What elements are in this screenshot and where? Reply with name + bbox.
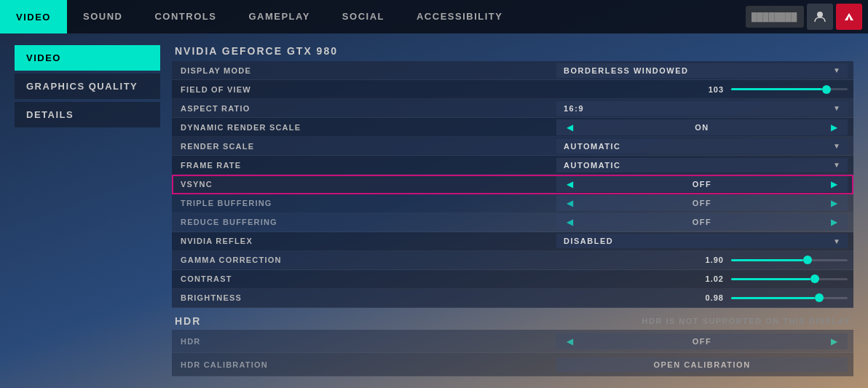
aspect-ratio-text: 16:9 xyxy=(564,104,584,113)
gamma-correction-label: GAMMA CORRECTION xyxy=(172,256,551,264)
hdr-right-btn[interactable]: ▶ xyxy=(828,336,840,347)
aspect-ratio-dropdown[interactable]: 16:9 ▼ xyxy=(556,101,848,116)
triple-buffering-label: TRIPLE BUFFERING xyxy=(172,199,551,207)
brightness-slider-thumb[interactable] xyxy=(815,293,824,302)
reduce-buffering-right-btn[interactable]: ▶ xyxy=(828,217,840,227)
reduce-buffering-text: OFF xyxy=(576,218,828,226)
tab-video[interactable]: VIDEO xyxy=(0,0,67,33)
hdr-status-text: HDR IS NOT SUPPORTED ON THIS DISPLAY xyxy=(642,317,851,325)
nvidia-reflex-text: DISABLED xyxy=(564,237,613,245)
dynamic-render-scale-arrow-ctrl: ◀ ON ▶ xyxy=(556,119,848,135)
hdr-calibration-value: OPEN CALIBRATION xyxy=(551,357,853,372)
agent-icon xyxy=(813,10,826,23)
gamma-slider-thumb[interactable] xyxy=(803,256,812,264)
triple-buffering-left-btn[interactable]: ◀ xyxy=(564,198,576,208)
aspect-ratio-arrow-icon: ▼ xyxy=(833,104,840,112)
triple-buffering-text: OFF xyxy=(576,199,828,207)
user-avatar: ████████ xyxy=(746,6,804,28)
contrast-number: 1.02 xyxy=(702,274,724,283)
gamma-slider-ctrl: 1.90 xyxy=(556,256,848,264)
tab-accessibility[interactable]: ACCESSIBILITY xyxy=(401,0,518,33)
gamma-slider-fill xyxy=(731,259,803,261)
contrast-slider-track[interactable] xyxy=(731,278,848,280)
contrast-label: CONTRAST xyxy=(172,274,551,283)
fov-slider-fill xyxy=(731,88,822,90)
dynamic-render-scale-label: DYNAMIC RENDER SCALE xyxy=(172,123,551,132)
triple-buffering-arrow-ctrl: ◀ OFF ▶ xyxy=(556,195,848,211)
fov-number: 103 xyxy=(702,85,724,94)
settings-panel: NVIDIA GEFORCE GTX 980 DISPLAY MODE BORD… xyxy=(172,45,853,376)
vsync-left-btn[interactable]: ◀ xyxy=(564,179,576,189)
sidebar-item-graphics-quality[interactable]: GRAPHICS QUALITY xyxy=(15,74,160,99)
setting-row-triple-buffering: TRIPLE BUFFERING ◀ OFF ▶ xyxy=(172,194,853,213)
setting-row-reduce-buffering: REDUCE BUFFERING ◀ OFF ▶ xyxy=(172,213,853,232)
setting-row-dynamic-render-scale: DYNAMIC RENDER SCALE ◀ ON ▶ xyxy=(172,118,853,137)
hdr-header: HDR HDR IS NOT SUPPORTED ON THIS DISPLAY xyxy=(172,315,853,327)
gamma-number: 1.90 xyxy=(702,256,724,264)
dynamic-render-scale-left-btn[interactable]: ◀ xyxy=(564,122,576,132)
hdr-calibration-label: HDR CALIBRATION xyxy=(172,360,551,369)
triple-buffering-value: ◀ OFF ▶ xyxy=(551,195,853,211)
gpu-title: NVIDIA GEFORCE GTX 980 xyxy=(172,45,853,57)
brightness-number: 0.98 xyxy=(702,293,724,302)
contrast-slider-fill xyxy=(731,278,810,280)
vsync-right-btn[interactable]: ▶ xyxy=(828,179,840,189)
tab-gameplay[interactable]: GAMEPLAY xyxy=(232,0,326,33)
contrast-slider-thumb[interactable] xyxy=(810,274,819,283)
hdr-text: OFF xyxy=(576,337,828,346)
setting-row-frame-rate: FRAME RATE AUTOMATIC ▼ xyxy=(172,156,853,175)
aspect-ratio-label: ASPECT RATIO xyxy=(172,104,551,113)
tab-social[interactable]: SOCIAL xyxy=(326,0,401,33)
display-mode-text: BORDERLESS WINDOWED xyxy=(564,66,689,75)
gamma-slider-track[interactable] xyxy=(731,259,848,261)
render-scale-dropdown[interactable]: AUTOMATIC ▼ xyxy=(556,139,848,154)
vsync-label: VSYNC xyxy=(172,180,551,189)
display-mode-label: DISPLAY MODE xyxy=(172,66,551,75)
fov-slider-track[interactable] xyxy=(731,88,848,90)
contrast-slider-ctrl: 1.02 xyxy=(556,274,848,283)
render-scale-value: AUTOMATIC ▼ xyxy=(551,139,853,154)
svg-point-0 xyxy=(817,12,823,17)
frame-rate-dropdown[interactable]: AUTOMATIC ▼ xyxy=(556,158,848,173)
setting-row-display-mode: DISPLAY MODE BORDERLESS WINDOWED ▼ xyxy=(172,61,853,80)
hdr-section: HDR HDR IS NOT SUPPORTED ON THIS DISPLAY… xyxy=(172,315,853,376)
setting-row-vsync: VSYNC ◀ OFF ▶ xyxy=(172,175,853,194)
render-scale-label: RENDER SCALE xyxy=(172,142,551,151)
hdr-left-btn[interactable]: ◀ xyxy=(564,336,576,347)
nav-right-area: ████████ xyxy=(746,0,868,33)
tab-controls[interactable]: CONTROLS xyxy=(138,0,232,33)
display-mode-dropdown[interactable]: BORDERLESS WINDOWED ▼ xyxy=(556,63,848,78)
nvidia-reflex-dropdown[interactable]: DISABLED ▼ xyxy=(556,234,848,248)
valorant-icon-button[interactable] xyxy=(836,4,862,30)
setting-row-aspect-ratio: ASPECT RATIO 16:9 ▼ xyxy=(172,99,853,118)
setting-row-brightness: BRIGHTNESS 0.98 xyxy=(172,289,853,308)
agent-icon-button[interactable] xyxy=(807,4,833,30)
nvidia-reflex-value: DISABLED ▼ xyxy=(551,234,853,248)
triple-buffering-right-btn[interactable]: ▶ xyxy=(828,198,840,208)
dynamic-render-scale-value: ◀ ON ▶ xyxy=(551,119,853,135)
vsync-value: ◀ OFF ▶ xyxy=(551,176,853,192)
frame-rate-value: AUTOMATIC ▼ xyxy=(551,158,853,173)
sidebar: VIDEO GRAPHICS QUALITY DETAILS xyxy=(15,45,160,376)
hdr-label: HDR xyxy=(172,337,551,346)
svg-marker-1 xyxy=(845,13,853,20)
render-scale-arrow-icon: ▼ xyxy=(833,142,840,150)
hdr-calibration-button[interactable]: OPEN CALIBRATION xyxy=(556,357,848,372)
reduce-buffering-left-btn[interactable]: ◀ xyxy=(564,217,576,227)
brightness-slider-track[interactable] xyxy=(731,297,848,299)
valorant-icon xyxy=(843,10,856,23)
setting-row-fov: FIELD OF VIEW 103 xyxy=(172,80,853,99)
sidebar-item-details[interactable]: DETAILS xyxy=(15,102,160,127)
tab-sound[interactable]: SOUND xyxy=(67,0,138,33)
nvidia-reflex-label: NVIDIA REFLEX xyxy=(172,237,551,245)
aspect-ratio-value: 16:9 ▼ xyxy=(551,101,853,116)
display-mode-value: BORDERLESS WINDOWED ▼ xyxy=(551,63,853,78)
frame-rate-arrow-icon: ▼ xyxy=(833,161,840,169)
sidebar-item-video[interactable]: VIDEO xyxy=(15,45,160,71)
username-text: ████████ xyxy=(751,12,797,21)
frame-rate-label: FRAME RATE xyxy=(172,161,551,170)
dynamic-render-scale-right-btn[interactable]: ▶ xyxy=(828,122,840,132)
fov-slider-thumb[interactable] xyxy=(822,85,831,94)
setting-row-hdr-calibration: HDR CALIBRATION OPEN CALIBRATION xyxy=(172,353,853,376)
reduce-buffering-label: REDUCE BUFFERING xyxy=(172,218,551,226)
